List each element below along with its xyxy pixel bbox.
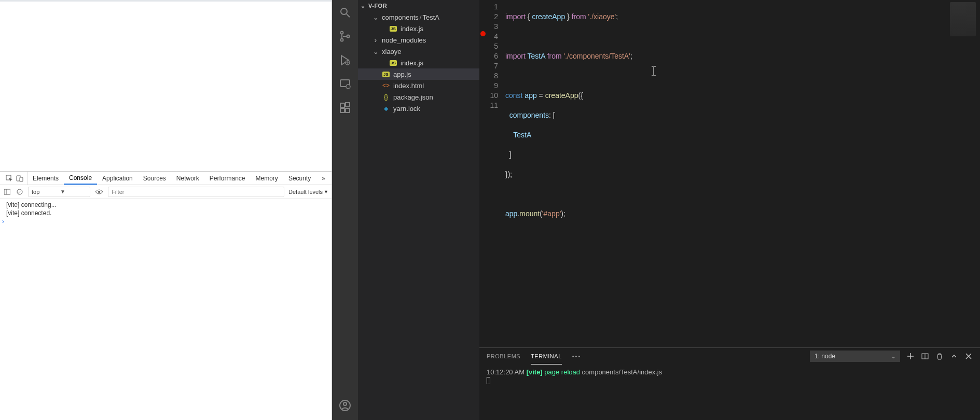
- tree-label: app.js: [393, 71, 479, 78]
- console-output: [vite] connecting... [vite] connected. ›: [0, 199, 332, 420]
- tree-folder-components[interactable]: ⌄ components/TestA: [358, 11, 479, 23]
- tree-label: components/TestA: [382, 13, 479, 21]
- minimap[interactable]: [950, 2, 976, 36]
- terminal-line: 10:12:20 AM [vite] page reload component…: [487, 368, 973, 377]
- tree-file-package-json[interactable]: {} package.json: [358, 91, 479, 103]
- tree-file-index-html[interactable]: <> index.html: [358, 80, 479, 91]
- terminal-output[interactable]: 10:12:20 AM [vite] page reload component…: [479, 365, 980, 420]
- log-level-label: Default levels: [288, 189, 323, 195]
- bottom-panel: PROBLEMS TERMINAL ••• 1: node ⌄: [479, 347, 980, 420]
- terminal-selector-label: 1: node: [815, 353, 835, 360]
- new-terminal-icon[interactable]: [906, 352, 915, 360]
- svg-rect-18: [340, 103, 344, 107]
- svg-point-8: [341, 8, 347, 15]
- tree-folder-node-modules[interactable]: › node_modules: [358, 34, 479, 46]
- file-tree: ⌄ components/TestA JS index.js › node_mo…: [358, 11, 479, 420]
- yarn-file-icon: ◆: [382, 105, 390, 112]
- maximize-panel-icon[interactable]: [950, 352, 958, 360]
- tab-terminal[interactable]: TERMINAL: [531, 348, 562, 365]
- terminal-selector[interactable]: 1: node ⌄: [810, 351, 900, 362]
- tab-sources[interactable]: Sources: [138, 172, 171, 185]
- svg-rect-19: [340, 108, 344, 113]
- tab-console[interactable]: Console: [64, 172, 97, 185]
- chevron-down-icon: ⌄: [360, 3, 366, 9]
- svg-rect-3: [4, 189, 10, 194]
- browser-viewport: [0, 0, 332, 171]
- console-filter-input[interactable]: [108, 187, 284, 197]
- json-file-icon: {}: [382, 93, 390, 101]
- log-level-dropdown[interactable]: Default levels ▼: [288, 189, 328, 195]
- svg-point-12: [347, 35, 350, 38]
- svg-rect-21: [346, 103, 350, 107]
- execution-context-selector[interactable]: top ▼: [28, 187, 90, 197]
- panel-overflow-icon[interactable]: •••: [572, 348, 582, 365]
- editor-area: 1234567891011 import { createApp } from …: [479, 0, 980, 420]
- tree-file-index-js[interactable]: JS index.js: [358, 57, 479, 68]
- svg-rect-20: [346, 108, 350, 113]
- root-folder-label: V-FOR: [368, 3, 387, 9]
- browser-window: Elements Console Application Sources Net…: [0, 0, 332, 420]
- tab-elements[interactable]: Elements: [27, 172, 64, 185]
- panel-tabstrip: PROBLEMS TERMINAL ••• 1: node ⌄: [479, 348, 980, 365]
- tab-memory[interactable]: Memory: [251, 172, 283, 185]
- chevron-down-icon: ▼: [324, 189, 328, 194]
- line-number-gutter: 1234567891011: [479, 0, 505, 347]
- console-prompt[interactable]: ›: [0, 217, 332, 226]
- source-control-icon[interactable]: [337, 28, 353, 45]
- chevron-down-icon: ▼: [60, 189, 87, 194]
- svg-point-17: [346, 85, 350, 89]
- kill-terminal-icon[interactable]: [935, 352, 944, 360]
- tree-label: xiaoye: [382, 48, 479, 55]
- devtools-tabstrip: Elements Console Application Sources Net…: [0, 172, 332, 185]
- explorer-sidebar: ⌄ V-FOR ⌄ components/TestA JS index.js ›…: [358, 0, 479, 420]
- chevron-down-icon: ⌄: [372, 13, 379, 21]
- clear-console-icon[interactable]: [16, 188, 24, 196]
- tab-security[interactable]: Security: [283, 172, 316, 185]
- chevron-right-icon: ›: [372, 36, 379, 44]
- tab-problems[interactable]: PROBLEMS: [487, 348, 520, 365]
- tree-file-index-js[interactable]: JS index.js: [358, 23, 479, 34]
- js-file-icon: JS: [382, 72, 390, 77]
- extensions-icon[interactable]: [337, 100, 353, 116]
- code-content[interactable]: import { createApp } from './xiaoye'; im…: [505, 0, 980, 347]
- tree-file-yarn-lock[interactable]: ◆ yarn.lock: [358, 103, 479, 114]
- console-sidebar-toggle-icon[interactable]: [3, 188, 11, 196]
- tree-label: yarn.lock: [393, 105, 479, 113]
- device-toolbar-icon[interactable]: [16, 174, 24, 183]
- split-terminal-icon[interactable]: [921, 352, 929, 360]
- js-file-icon: JS: [389, 26, 397, 32]
- chevron-down-icon: ⌄: [372, 48, 379, 55]
- accounts-icon[interactable]: [337, 397, 353, 414]
- tab-performance[interactable]: Performance: [204, 172, 251, 185]
- svg-point-23: [343, 402, 347, 405]
- js-file-icon: JS: [389, 60, 397, 66]
- terminal-cursor: [487, 377, 490, 384]
- console-toolbar: top ▼ Default levels ▼: [0, 185, 332, 199]
- svg-line-6: [18, 190, 22, 193]
- close-panel-icon[interactable]: [964, 352, 973, 360]
- tree-label: package.json: [393, 93, 479, 101]
- breakpoint-indicator[interactable]: [480, 31, 486, 36]
- run-debug-icon[interactable]: [337, 52, 353, 68]
- tree-label: index.js: [401, 25, 479, 33]
- code-editor[interactable]: 1234567891011 import { createApp } from …: [479, 0, 980, 347]
- context-label: top: [32, 189, 58, 195]
- live-expression-icon[interactable]: [94, 187, 104, 197]
- text-cursor-icon: [651, 66, 657, 76]
- search-icon[interactable]: [337, 4, 353, 21]
- inspect-element-icon[interactable]: [5, 174, 13, 183]
- tab-network[interactable]: Network: [171, 172, 204, 185]
- remote-explorer-icon[interactable]: [337, 76, 353, 92]
- tree-label: index.html: [393, 82, 479, 90]
- svg-line-9: [347, 14, 350, 17]
- tab-application[interactable]: Application: [97, 172, 138, 185]
- console-line: [vite] connected.: [0, 209, 332, 217]
- tree-folder-xiaoye[interactable]: ⌄ xiaoye: [358, 46, 479, 57]
- explorer-root-header[interactable]: ⌄ V-FOR: [358, 0, 479, 11]
- tabs-overflow-icon[interactable]: »: [318, 175, 329, 182]
- svg-point-7: [98, 191, 100, 193]
- tree-file-app-js[interactable]: JS app.js: [358, 68, 479, 80]
- html-file-icon: <>: [382, 82, 390, 89]
- svg-rect-2: [20, 177, 23, 181]
- console-line: [vite] connecting...: [0, 201, 332, 209]
